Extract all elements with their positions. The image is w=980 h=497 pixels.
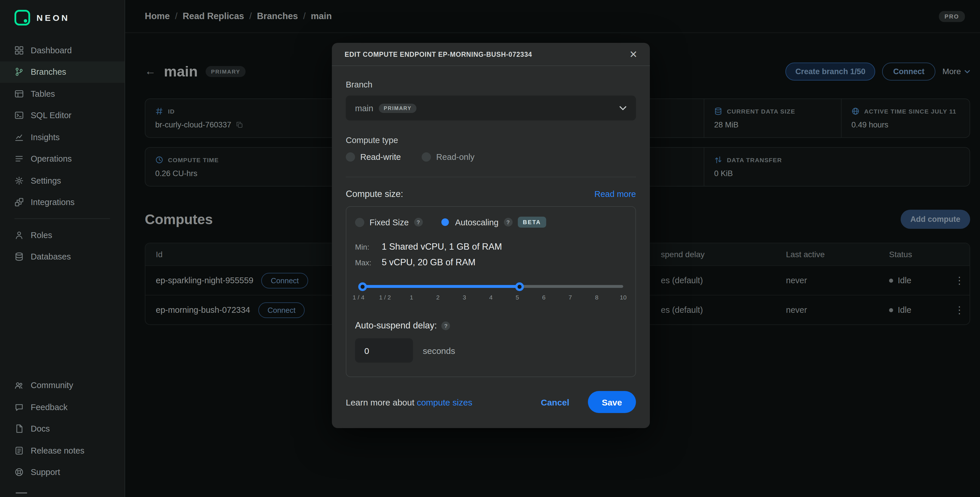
sidebar-item-community[interactable]: Community xyxy=(0,374,124,396)
sidebar-item-label: Release notes xyxy=(31,446,84,455)
neon-console: NEON DashboardBranchesTablesSQL EditorIn… xyxy=(0,0,980,497)
slider-tick: 8 xyxy=(595,294,598,301)
modal-title-bar: EDIT COMPUTE ENDPOINT EP-MORNING-BUSH-07… xyxy=(332,43,650,66)
slider-tick: 1 xyxy=(410,294,413,301)
sidebar-item-support[interactable]: Support xyxy=(0,461,124,483)
cancel-button[interactable]: Cancel xyxy=(538,397,573,408)
sidebar-item-label: Dashboard xyxy=(31,46,72,55)
support-icon xyxy=(14,468,24,477)
sidebar-item-operations[interactable]: Operations xyxy=(0,148,124,170)
modal-actions: Cancel Save xyxy=(538,391,636,413)
sidebar-item-label: Insights xyxy=(31,133,60,142)
sidebar-footer-nav: CommunityFeedbackDocsRelease notesSuppor… xyxy=(0,374,124,488)
read-only-radio[interactable]: Read-only xyxy=(422,152,474,162)
modal-title: EDIT COMPUTE ENDPOINT EP-MORNING-BUSH-07… xyxy=(345,51,532,57)
compute-size-label: Compute size: xyxy=(346,189,403,199)
radio-icon xyxy=(346,152,355,162)
compute-type-label: Compute type xyxy=(346,135,636,145)
fixed-size-radio[interactable]: Fixed Size ? xyxy=(355,218,423,227)
branch-primary-badge: PRIMARY xyxy=(379,104,416,113)
read-write-radio[interactable]: Read-write xyxy=(346,152,401,162)
sidebar-item-feedback[interactable]: Feedback xyxy=(0,396,124,418)
read-only-label: Read-only xyxy=(436,152,474,162)
sidebar-item-insights[interactable]: Insights xyxy=(0,126,124,148)
sidebar-item-label: Operations xyxy=(31,155,72,164)
auto-suspend-input[interactable] xyxy=(355,338,413,363)
slider-tick: 4 xyxy=(489,294,493,301)
sidebar-item-settings[interactable]: Settings xyxy=(0,170,124,191)
sidebar-item-label: Roles xyxy=(31,231,52,240)
save-button[interactable]: Save xyxy=(588,391,636,413)
brand-name: NEON xyxy=(37,13,70,22)
slider-tick: 2 xyxy=(436,294,440,301)
radio-selected-icon xyxy=(441,218,449,226)
compute-size-slider[interactable]: 1 / 41 / 21234567810 xyxy=(355,285,627,302)
auto-suspend-row: seconds xyxy=(355,338,627,363)
branch-select[interactable]: main PRIMARY xyxy=(346,96,636,121)
insights-icon xyxy=(14,133,24,142)
slider-tick: 10 xyxy=(620,294,627,301)
sidebar-bottom-divider xyxy=(16,492,27,494)
sidebar-item-integrations[interactable]: Integrations xyxy=(0,191,124,213)
sidebar-item-tables[interactable]: Tables xyxy=(0,83,124,105)
read-more-link[interactable]: Read more xyxy=(595,190,636,199)
databases-icon xyxy=(14,252,24,261)
sidebar-item-dashboard[interactable]: Dashboard xyxy=(0,40,124,61)
brand-logo[interactable]: NEON xyxy=(0,0,124,33)
compute-sizes-link[interactable]: compute sizes xyxy=(417,397,473,407)
dashboard-icon xyxy=(14,46,24,55)
slider-track[interactable] xyxy=(358,285,623,288)
slider-tick: 6 xyxy=(542,294,546,301)
tables-icon xyxy=(14,89,24,99)
sidebar-item-roles[interactable]: Roles xyxy=(0,224,124,246)
help-icon[interactable]: ? xyxy=(414,218,423,226)
sidebar-item-label: Settings xyxy=(31,176,61,185)
sidebar-item-label: Branches xyxy=(31,67,66,77)
roles-icon xyxy=(14,231,24,240)
docs-icon xyxy=(14,424,24,433)
compute-type-options: Read-write Read-only xyxy=(346,152,636,162)
max-label: Max: xyxy=(355,258,382,267)
sidebar-item-label: SQL Editor xyxy=(31,111,72,120)
slider-ticks: 1 / 41 / 21234567810 xyxy=(358,294,623,302)
chevron-down-icon xyxy=(619,105,627,111)
radio-icon xyxy=(422,152,431,162)
sql-editor-icon xyxy=(14,111,24,120)
sidebar: NEON DashboardBranchesTablesSQL EditorIn… xyxy=(0,0,125,497)
slider-handle-min[interactable] xyxy=(358,282,367,291)
slider-tick: 1 / 4 xyxy=(353,294,364,301)
size-mode-options: Fixed Size ? Autoscaling ? BETA xyxy=(355,217,627,228)
sidebar-item-docs[interactable]: Docs xyxy=(0,418,124,440)
community-icon xyxy=(14,381,24,390)
sidebar-nav: DashboardBranchesTablesSQL EditorInsight… xyxy=(0,40,124,268)
help-icon[interactable]: ? xyxy=(504,218,512,226)
settings-icon xyxy=(14,176,24,185)
compute-size-header: Compute size: Read more xyxy=(346,189,636,199)
learn-more-prefix: Learn more about xyxy=(346,397,414,407)
operations-icon xyxy=(14,155,24,164)
min-value: 1 Shared vCPU, 1 GB of RAM xyxy=(382,242,502,252)
close-icon[interactable]: × xyxy=(630,48,637,61)
branch-select-value: main xyxy=(355,104,373,113)
sidebar-item-release-notes[interactable]: Release notes xyxy=(0,440,124,461)
sidebar-item-sql-editor[interactable]: SQL Editor xyxy=(0,105,124,126)
min-label: Min: xyxy=(355,243,382,252)
autoscaling-radio[interactable]: Autoscaling ? BETA xyxy=(440,217,546,228)
sidebar-item-databases[interactable]: Databases xyxy=(0,246,124,268)
slider-tick: 5 xyxy=(516,294,519,301)
sidebar-divider xyxy=(14,218,110,219)
minmax-summary: Min: 1 Shared vCPU, 1 GB of RAM Max: 5 v… xyxy=(355,242,627,268)
sidebar-item-branches[interactable]: Branches xyxy=(0,61,124,83)
sidebar-item-label: Docs xyxy=(31,424,50,433)
sidebar-spacer xyxy=(0,268,124,369)
sidebar-item-label: Feedback xyxy=(31,403,67,412)
auto-suspend-label: Auto-suspend delay: xyxy=(355,320,437,331)
sidebar-item-label: Databases xyxy=(31,252,71,261)
compute-size-section: Compute size: Read more Fixed Size ? Aut… xyxy=(346,177,636,377)
slider-handle-max[interactable] xyxy=(515,282,524,291)
help-icon[interactable]: ? xyxy=(442,321,450,330)
slider-tick: 7 xyxy=(568,294,572,301)
modal-body: Branch main PRIMARY Compute type Read-wr… xyxy=(332,66,650,377)
read-write-label: Read-write xyxy=(360,152,401,162)
compute-size-box: Fixed Size ? Autoscaling ? BETA Min: xyxy=(346,206,636,377)
